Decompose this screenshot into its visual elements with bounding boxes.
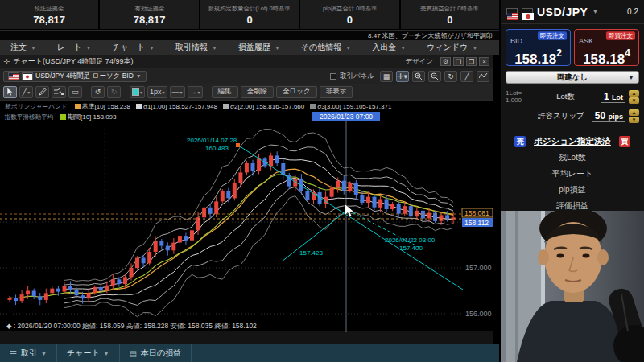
delete-all-button[interactable]: 全削除 [241, 86, 275, 98]
menu-trade-info[interactable]: 取引情報▼ [165, 42, 228, 53]
person-ear-left [538, 249, 549, 265]
hamburger-icon: ☰ [10, 349, 17, 358]
stepper-down-icon: ▼ [629, 97, 639, 104]
taskbar-chart[interactable]: チャート▼ [57, 344, 120, 362]
hedge-mode-select[interactable]: 両建なし ▼ [506, 71, 639, 84]
taskbar-daily-pl[interactable]: ▤本日の損益 [120, 344, 192, 362]
line-width-select[interactable]: 1px▾ [147, 86, 167, 98]
panel-divider [504, 130, 641, 130]
arrow-style-select[interactable]: ↔▾ [188, 86, 203, 98]
axis-label-156: 156.000 [465, 310, 492, 318]
line-tool-button[interactable]: ╱▾ [19, 86, 33, 98]
redo-icon[interactable]: ↻ [107, 86, 121, 98]
menu-rate[interactable]: レート▼ [47, 42, 101, 53]
maximize-icon[interactable]: ❒ [466, 57, 477, 66]
chevron-down-icon: ▼ [41, 351, 47, 356]
wave-indicator-icon[interactable] [477, 71, 489, 82]
chart-symbol-row: USD/JPY 4時間足 ローソク BID ▼ 取引パネル ▦ ✛▾ ↻ ╱ [0, 68, 493, 84]
lot-label: Lot数 [533, 92, 598, 102]
symbol-selector-label: USD/JPY 4時間足 ローソク BID [35, 72, 134, 81]
ask-button[interactable]: ASK 即買注文 158.184 [574, 29, 639, 66]
taskbar-trade[interactable]: ☰取引▼ [0, 344, 57, 362]
lock-all-button[interactable]: 全ロック [276, 86, 317, 98]
trade-pl-total-value: 0 [447, 14, 452, 26]
undo-icon[interactable]: ↺ [91, 86, 105, 98]
close-icon[interactable]: × [479, 57, 489, 66]
zigzag-tool-button[interactable] [52, 86, 66, 98]
stepper-down-icon: ▼ [629, 117, 639, 123]
zoom-out-icon[interactable] [428, 71, 441, 82]
pip-pl-total-value: 0 [347, 14, 353, 26]
pencil-tool-button[interactable] [35, 86, 49, 98]
ask-price: 158.184 [579, 49, 634, 68]
chart-title-bar[interactable]: ✛ チャート(USD/JPY 4時間足 74/99本) デザイン ⚙ ❑ ❒ × [0, 55, 493, 68]
crosshair-icon[interactable]: ✛▾ [396, 71, 409, 82]
hide-button[interactable]: 非表示 [320, 86, 353, 98]
gear-icon[interactable]: ⚙ [440, 57, 451, 66]
hedge-mode-value: 両建なし [557, 72, 588, 83]
pip-pl-total-cell: pip損益合計 0時基準 0 [300, 0, 398, 29]
chart-type-icon[interactable]: ▦ [380, 71, 393, 82]
label-tool-button[interactable]: ▭ [68, 86, 82, 98]
person-eye-right [583, 254, 590, 258]
chevron-down-icon: ▼ [628, 74, 634, 81]
slippage-label: 許容スリップ [533, 111, 589, 121]
news-ticker[interactable]: 8:47 米国、プーチン大統領がガザ和平調印 [0, 30, 499, 40]
annotation-date-1: 2026/01/14 07:28 [187, 137, 237, 144]
move-icon: ✛ [3, 57, 10, 66]
pair-selector-chevron-icon[interactable]: ▼ [592, 8, 598, 15]
ask-label: ASK [579, 37, 593, 45]
legend-swatch [75, 104, 80, 109]
stepper-up-icon: ▲ [629, 90, 639, 97]
trade-pl-total-label: 売買損益合計 0時基準 [421, 4, 479, 12]
price-chart[interactable]: 2026/01/23 07:00 2026/01/14 07:28 160.48… [0, 101, 493, 332]
slippage-input[interactable]: 50 pips [592, 110, 625, 122]
slippage-stepper[interactable]: ▲▼ [629, 109, 639, 123]
bid-button[interactable]: BID 即売注文 158.182 [506, 29, 571, 66]
color-swatch [132, 88, 139, 96]
trade-panel-label: 取引パネル [340, 72, 374, 81]
line-style-select[interactable]: —▾ [170, 86, 185, 98]
bar-chart-icon: ▤ [130, 349, 137, 358]
chart-canvas[interactable]: 2026/01/23 07:00 2026/01/14 07:28 160.48… [0, 100, 493, 331]
menu-pl-history[interactable]: 損益履歴▼ [228, 42, 291, 53]
edit-button[interactable]: 編集 [212, 86, 238, 98]
position-close-link[interactable]: ポジション指定決済 [534, 136, 611, 147]
chevron-down-icon: ▼ [472, 45, 477, 51]
bottom-taskbar: ☰取引▼ チャート▼ ▤本日の損益 [0, 344, 499, 362]
menu-order[interactable]: 注文▼ [0, 42, 47, 53]
symbol-selector[interactable]: USD/JPY 4時間足 ローソク BID ▼ [3, 71, 147, 82]
draw-line-icon[interactable]: ╱ [460, 71, 473, 82]
margin-deposit-label: 預託証拠金 [35, 4, 64, 12]
legend-swatch [223, 104, 229, 109]
design-button[interactable]: デザイン [405, 57, 433, 67]
lot-input[interactable]: 1 Lot [601, 91, 625, 103]
ema-value: 期間[10] 158.093 [68, 113, 116, 121]
annotation-price-2: 157.423 [299, 249, 323, 257]
menu-window[interactable]: ウィンドウ▼ [416, 42, 488, 53]
refresh-icon[interactable]: ↻ [444, 71, 457, 82]
position-close-row: 売 ポジション指定決済 買 [501, 136, 644, 147]
new-order-total-cell: 新規約定数量合計(Lot) 0時基準 0 [200, 0, 299, 29]
new-order-total-value: 0 [246, 14, 252, 26]
pair-name: USD/JPY [537, 6, 588, 19]
menu-chart[interactable]: チャート▼ [101, 42, 165, 53]
pip-pl-total-label: pip損益合計 0時基準 [323, 4, 377, 12]
chevron-down-icon: ▼ [136, 73, 142, 79]
sell-order-badge: 即売注文 [538, 31, 567, 39]
pip-pl-row: pip損益 [501, 184, 644, 195]
window-layout-icon[interactable]: ❑ [453, 57, 464, 66]
bid-label: BID [510, 37, 522, 45]
average-rate-row: 平均レート [501, 168, 644, 179]
bollinger-sigma2: σ2[2.00] 158.816-157.660 [230, 103, 304, 110]
zoom-in-icon[interactable] [412, 71, 425, 82]
menu-deposit[interactable]: 入出金▼ [361, 42, 416, 53]
lot-stepper[interactable]: ▲▼ [629, 90, 639, 104]
color-picker-button[interactable]: ▾ [130, 86, 145, 98]
chart-window-title: チャート(USD/JPY 4時間足 74/99本) [13, 56, 133, 67]
ohlc-status-line: ◆ : 2026/01/20 07:00:00 始値: 158.059 高値: … [6, 322, 257, 330]
pointer-tool-button[interactable] [3, 86, 17, 98]
trade-panel-checkbox[interactable] [330, 73, 336, 80]
menu-other-info[interactable]: その他情報▼ [291, 42, 361, 53]
slippage-row: 許容スリップ 50 pips ▲▼ [501, 104, 644, 123]
